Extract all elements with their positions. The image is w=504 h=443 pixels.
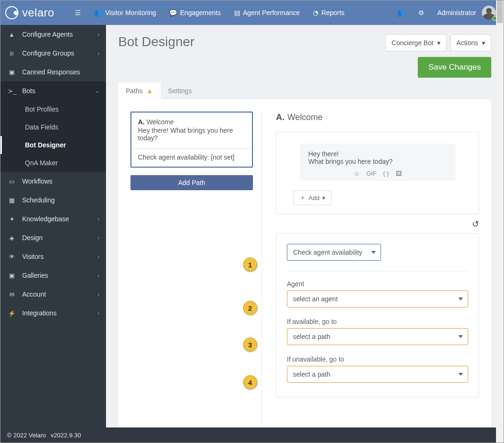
panel: A. Welcome Hey there! What brings you he…	[118, 99, 491, 427]
gif-button[interactable]: GIF	[366, 170, 377, 177]
path-card-welcome[interactable]: A. Welcome Hey there! What brings you he…	[130, 112, 253, 168]
save-changes-button[interactable]: Save Changes	[418, 57, 491, 78]
sidebar-item-configure-groups[interactable]: ⎚ Configure Groups ›	[0, 44, 106, 63]
nav-settings-icon[interactable]: ⚙	[412, 0, 431, 25]
sidebar-item-label: Visitors	[22, 253, 44, 260]
sidebar-item-account[interactable]: ✉ Account ›	[0, 285, 106, 304]
action-type-select[interactable]: Check agent availability	[287, 244, 381, 261]
chevron-right-icon: ›	[98, 310, 99, 316]
annotation-badge-4: 4	[243, 375, 257, 389]
message-bubble[interactable]: Hey there! What brings you here today? ☺…	[300, 144, 455, 181]
undo-button[interactable]: ↺	[472, 219, 479, 229]
chevron-right-icon: ›	[98, 50, 99, 56]
nav-label: Agent Performance	[243, 9, 300, 16]
chevron-right-icon: ›	[98, 216, 99, 222]
nav-label: Engagements	[180, 9, 220, 16]
sidebar-sub-bot-profiles[interactable]: Bot Profiles	[0, 100, 106, 118]
emoji-icon[interactable]: ☺	[353, 170, 359, 177]
message-tools: ☺ GIF { } 🖼	[309, 170, 447, 177]
chart-icon: ▤	[234, 9, 240, 16]
brand[interactable]: velaro	[5, 6, 54, 19]
hamburger-button[interactable]: ☰	[68, 0, 88, 25]
brand-text: velaro	[22, 6, 54, 19]
caret-down-icon: ▾	[482, 39, 485, 47]
sidebar-item-scheduling[interactable]: ▦ Scheduling	[0, 191, 106, 209]
tab-settings[interactable]: Settings	[161, 82, 200, 99]
sidebar-item-label: Bots	[22, 87, 35, 95]
add-path-button[interactable]: Add Path	[130, 175, 253, 190]
sidebar: ▲ Configure Agents › ⎚ Configure Groups …	[0, 25, 106, 427]
message-line2: What brings you here today?	[309, 158, 447, 165]
avatar-wrap[interactable]	[478, 6, 496, 20]
chevron-right-icon: ›	[98, 254, 99, 259]
sidebar-item-bots[interactable]: ≻_ Bots ⌄	[0, 81, 106, 100]
user-icon: ▲	[8, 31, 16, 38]
if-available-select[interactable]: select a path	[287, 328, 468, 345]
content-area: Bot Designer Concierge Bot ▾ Actions ▾ S…	[106, 25, 504, 427]
sidebar-item-integrations[interactable]: ⚡ Integrations ›	[0, 304, 106, 322]
sidebar-sub-bot-designer[interactable]: Bot Designer	[0, 136, 106, 154]
terminal-icon: ≻_	[8, 88, 16, 95]
sidebar-item-label: Data Fields	[25, 123, 58, 131]
user-label: Administrator	[438, 9, 476, 16]
bot-selector[interactable]: Concierge Bot ▾	[385, 34, 447, 51]
sidebar-item-label: Bot Profiles	[25, 105, 59, 113]
users-icon: 👥	[94, 9, 102, 16]
actions-label: Actions	[456, 39, 478, 47]
sidebar-sub-data-fields[interactable]: Data Fields	[0, 118, 106, 136]
undo-icon: ↺	[472, 219, 479, 229]
agent-label: Agent	[287, 280, 468, 288]
caret-down-icon: ▾	[322, 194, 325, 201]
annotation-badge-2: 2	[243, 301, 257, 315]
sidebar-item-galleries[interactable]: ▣ Galleries ›	[0, 266, 106, 285]
add-label: Add	[309, 194, 319, 201]
variable-icon[interactable]: { }	[383, 170, 389, 177]
warning-icon: ▲	[146, 87, 153, 95]
sidebar-item-knowledgebase[interactable]: ✦ Knowledgebase ›	[0, 209, 106, 228]
path-prefix: A.	[138, 118, 145, 126]
nav-user[interactable]: Administrator	[431, 0, 478, 25]
nav-agent-performance[interactable]: ▤ Agent Performance	[228, 0, 307, 25]
footer-version: v2022.9.30	[51, 432, 81, 439]
nav-label: Visitor Monitoring	[105, 9, 156, 16]
message-block: Hey there! What brings you here today? ☺…	[276, 132, 479, 214]
tab-paths[interactable]: Paths ▲	[118, 82, 161, 99]
detail-column: A.Welcome Hey there! What brings you her…	[261, 112, 479, 426]
agent-select[interactable]: select an agent	[287, 290, 468, 307]
add-button[interactable]: ＋ Add ▾	[293, 190, 332, 205]
nav-people-icon[interactable]: 👥	[390, 0, 412, 25]
tab-label: Paths	[126, 87, 143, 95]
sidebar-item-label: Workflows	[22, 177, 52, 185]
page-title: Bot Designer	[118, 34, 195, 49]
nav-visitor-monitoring[interactable]: 👥 Visitor Monitoring	[88, 0, 163, 25]
detail-title: A.Welcome	[276, 113, 479, 122]
lightbulb-icon: ✦	[8, 216, 16, 223]
if-unavailable-select[interactable]: select a path	[287, 366, 468, 383]
tabs: Paths ▲ Settings	[118, 82, 491, 99]
annotation-badge-1: 1	[243, 258, 257, 272]
chat-icon: 💬	[169, 9, 177, 16]
note-icon: ▣	[8, 69, 16, 76]
eye-icon: 👁	[8, 253, 16, 260]
image-icon[interactable]: 🖼	[396, 170, 402, 177]
sidebar-item-label: Canned Responses	[22, 68, 80, 76]
sidebar-item-configure-agents[interactable]: ▲ Configure Agents ›	[0, 25, 106, 44]
mail-icon: ✉	[8, 291, 16, 298]
sidebar-item-canned-responses[interactable]: ▣ Canned Responses	[0, 63, 106, 81]
sidebar-item-visitors[interactable]: 👁 Visitors ›	[0, 247, 106, 266]
actions-button[interactable]: Actions ▾	[450, 34, 491, 51]
bot-selector-value: Concierge Bot	[391, 39, 433, 47]
sidebar-item-design[interactable]: ◈ Design ›	[0, 228, 106, 247]
nav-reports[interactable]: ◔ Reports	[306, 0, 351, 25]
sidebar-item-label: Knowledgebase	[22, 215, 69, 223]
sidebar-item-label: Scheduling	[22, 196, 55, 204]
footer: © 2022 Velaro v2022.9.30	[0, 427, 504, 443]
chevron-right-icon: ›	[98, 273, 99, 278]
sidebar-item-workflows[interactable]: ▭ Workflows	[0, 172, 106, 191]
sidebar-sub-qna-maker[interactable]: QnA Maker	[0, 154, 106, 172]
window-scrollbar[interactable]	[496, 0, 504, 443]
nav-engagements[interactable]: 💬 Engagements	[163, 0, 227, 25]
annotation-badge-3: 3	[243, 338, 257, 352]
paths-column: A. Welcome Hey there! What brings you he…	[130, 112, 253, 426]
footer-copyright: © 2022 Velaro	[7, 432, 46, 439]
